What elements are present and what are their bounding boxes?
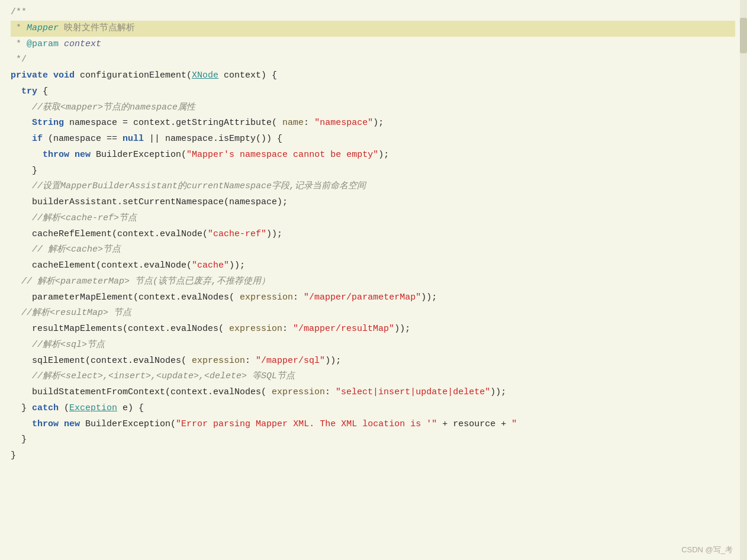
- line-19: parameterMapElement(context.evalNodes( e…: [11, 290, 735, 306]
- line-21: resultMapElements(context.evalNodes( exp…: [11, 321, 735, 337]
- scrollbar[interactable]: [740, 0, 747, 560]
- line-5: private void configurationElement(XNode …: [11, 68, 735, 84]
- line-25: buildStatementFromContext(context.evalNo…: [11, 385, 735, 401]
- code-content: /** * Mapper 映射文件节点解析 * @param context *…: [0, 5, 747, 464]
- scrollbar-thumb[interactable]: [740, 18, 747, 53]
- line-14: //解析<cache-ref>节点: [11, 211, 735, 227]
- line-28: }: [11, 432, 735, 448]
- line-17: cacheElement(context.evalNode("cache"));: [11, 258, 735, 274]
- line-15: cacheRefElement(context.evalNode("cache-…: [11, 227, 735, 243]
- line-11: }: [11, 163, 735, 179]
- line-23: sqlElement(context.evalNodes( expression…: [11, 353, 735, 369]
- line-20: //解析<resultMap> 节点: [11, 305, 735, 321]
- line-18: // 解析<parameterMap> 节点(该节点已废弃,不推荐使用）: [11, 274, 735, 290]
- line-16: // 解析<cache>节点: [11, 242, 735, 258]
- line-4: */: [11, 52, 735, 68]
- watermark: CSDN @写_考: [681, 545, 733, 555]
- line-22: //解析<sql>节点: [11, 337, 735, 353]
- line-26: } catch (Exception e) {: [11, 401, 735, 417]
- line-9: if (namespace == null || namespace.isEmp…: [11, 131, 735, 147]
- line-8: String namespace = context.getStringAttr…: [11, 115, 735, 131]
- line-6: try {: [11, 84, 735, 100]
- line-29: }: [11, 448, 735, 464]
- line-7: //获取<mapper>节点的namespace属性: [11, 100, 735, 116]
- line-24: //解析<select>,<insert>,<update>,<delete> …: [11, 369, 735, 385]
- line-1: /**: [11, 5, 735, 21]
- line-3: * @param context: [11, 37, 735, 53]
- code-editor: /** * Mapper 映射文件节点解析 * @param context *…: [0, 0, 747, 560]
- line-12: //设置MapperBuilderAssistant的currentNamesp…: [11, 179, 735, 195]
- line-27: throw new BuilderException("Error parsin…: [11, 417, 735, 433]
- line-2: * Mapper 映射文件节点解析: [11, 21, 735, 37]
- line-10: throw new BuilderException("Mapper's nam…: [11, 147, 735, 163]
- line-13: builderAssistant.setCurrentNamespace(nam…: [11, 195, 735, 211]
